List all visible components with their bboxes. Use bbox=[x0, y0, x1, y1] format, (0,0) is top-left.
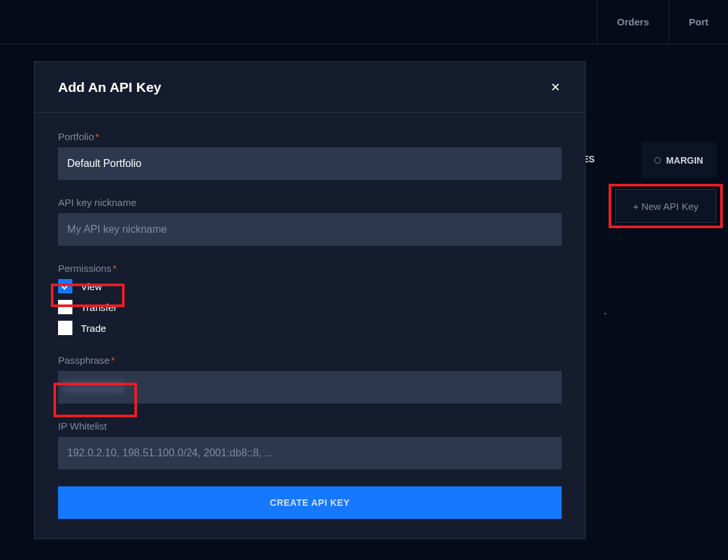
permissions-field: Permissions* View Transfer Trade bbox=[58, 263, 562, 335]
passphrase-label: Passphrase* bbox=[58, 355, 562, 366]
right-pane: ES MARGIN + New API Key bbox=[584, 44, 728, 142]
highlight-box-passphrase bbox=[53, 383, 137, 417]
required-asterisk: * bbox=[95, 131, 99, 142]
topbar: Orders Port bbox=[0, 0, 728, 44]
nickname-input[interactable] bbox=[58, 213, 562, 246]
tab-margin-label: MARGIN bbox=[666, 155, 703, 166]
portfolio-label-text: Portfolio bbox=[58, 131, 94, 142]
nickname-label: API key nickname bbox=[58, 197, 562, 208]
modal-header: Add An API Key ✕ bbox=[35, 62, 585, 113]
required-asterisk: * bbox=[111, 355, 115, 366]
create-api-key-button[interactable]: CREATE API KEY bbox=[58, 486, 562, 519]
nickname-field: API key nickname bbox=[58, 197, 562, 246]
portfolio-select[interactable]: Default Portfolio bbox=[58, 147, 562, 180]
modal-title: Add An API Key bbox=[58, 80, 161, 95]
checkbox-trade[interactable] bbox=[58, 321, 72, 335]
trailing-dot: . bbox=[604, 305, 607, 316]
nav-orders[interactable]: Orders bbox=[597, 0, 669, 44]
margin-circle-icon bbox=[654, 157, 661, 164]
required-asterisk: * bbox=[113, 263, 117, 274]
highlight-box-new-api-key bbox=[609, 184, 723, 228]
permissions-label: Permissions* bbox=[58, 263, 562, 274]
passphrase-label-text: Passphrase bbox=[58, 355, 110, 366]
ip-whitelist-label: IP Whitelist bbox=[58, 420, 562, 432]
ip-whitelist-input[interactable] bbox=[58, 437, 562, 469]
modal-body: Portfolio* Default Portfolio API key nic… bbox=[35, 113, 585, 538]
tab-margin[interactable]: MARGIN bbox=[641, 142, 716, 178]
ip-whitelist-field: IP Whitelist bbox=[58, 420, 562, 469]
permission-trade[interactable]: Trade bbox=[58, 321, 106, 335]
close-icon[interactable]: ✕ bbox=[549, 81, 562, 94]
portfolio-field: Portfolio* Default Portfolio bbox=[58, 131, 562, 180]
portfolio-label: Portfolio* bbox=[58, 131, 562, 142]
nav-portfolios[interactable]: Port bbox=[669, 0, 728, 44]
permissions-label-text: Permissions bbox=[58, 263, 112, 274]
highlight-box-view-permission bbox=[51, 284, 125, 307]
permission-trade-label: Trade bbox=[81, 323, 106, 334]
